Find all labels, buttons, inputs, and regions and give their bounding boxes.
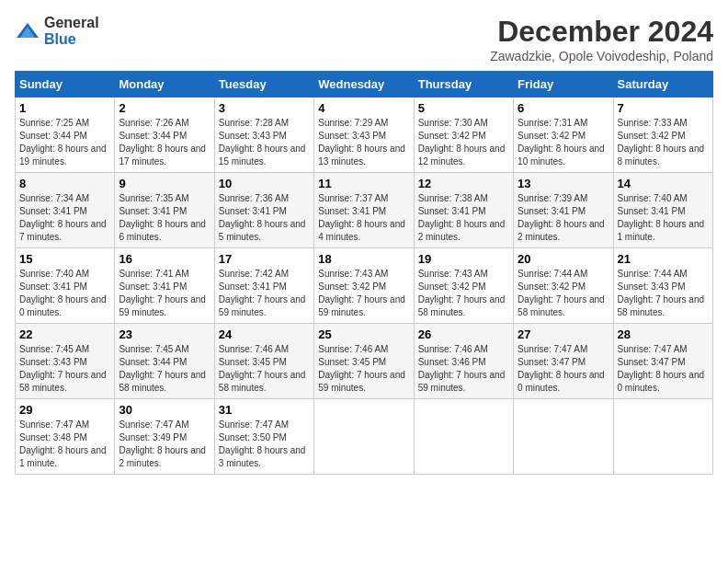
calendar-cell: 18 Sunrise: 7:43 AM Sunset: 3:42 PM Dayl… <box>314 248 414 324</box>
day-info: Sunrise: 7:47 AM Sunset: 3:47 PM Dayligh… <box>518 343 609 395</box>
day-number: 16 <box>119 252 210 266</box>
calendar-cell: 28 Sunrise: 7:47 AM Sunset: 3:47 PM Dayl… <box>613 324 712 399</box>
day-number: 21 <box>618 252 709 266</box>
day-info: Sunrise: 7:38 AM Sunset: 3:41 PM Dayligh… <box>418 192 509 244</box>
day-info: Sunrise: 7:43 AM Sunset: 3:42 PM Dayligh… <box>418 268 509 319</box>
calendar-cell: 27 Sunrise: 7:47 AM Sunset: 3:47 PM Dayl… <box>514 324 613 399</box>
calendar-cell: 17 Sunrise: 7:42 AM Sunset: 3:41 PM Dayl… <box>214 248 313 324</box>
day-number: 8 <box>19 177 110 190</box>
day-number: 14 <box>618 177 709 190</box>
day-info: Sunrise: 7:45 AM Sunset: 3:43 PM Dayligh… <box>19 343 110 395</box>
day-info: Sunrise: 7:25 AM Sunset: 3:44 PM Dayligh… <box>19 117 110 168</box>
calendar-cell: 6 Sunrise: 7:31 AM Sunset: 3:42 PM Dayli… <box>514 98 613 173</box>
header-monday: Monday <box>115 72 214 98</box>
calendar-cell: 8 Sunrise: 7:34 AM Sunset: 3:41 PM Dayli… <box>16 173 115 248</box>
calendar-cell: 13 Sunrise: 7:39 AM Sunset: 3:41 PM Dayl… <box>514 173 613 248</box>
week-row-2: 8 Sunrise: 7:34 AM Sunset: 3:41 PM Dayli… <box>16 173 713 248</box>
day-number: 3 <box>219 101 310 115</box>
calendar-cell: 16 Sunrise: 7:41 AM Sunset: 3:41 PM Dayl… <box>115 248 214 324</box>
header-friday: Friday <box>514 72 613 98</box>
day-info: Sunrise: 7:28 AM Sunset: 3:43 PM Dayligh… <box>219 117 310 168</box>
day-number: 4 <box>318 101 409 115</box>
calendar-cell: 20 Sunrise: 7:44 AM Sunset: 3:42 PM Dayl… <box>514 248 613 324</box>
calendar-cell <box>414 399 513 475</box>
calendar-cell <box>314 399 414 475</box>
day-number: 24 <box>219 327 310 341</box>
day-number: 29 <box>19 403 110 417</box>
day-number: 25 <box>318 327 409 341</box>
day-number: 5 <box>418 101 509 115</box>
day-info: Sunrise: 7:40 AM Sunset: 3:41 PM Dayligh… <box>618 192 709 244</box>
subtitle: Zawadzkie, Opole Voivodeship, Poland <box>490 49 713 63</box>
day-info: Sunrise: 7:42 AM Sunset: 3:41 PM Dayligh… <box>219 268 310 319</box>
calendar-cell: 29 Sunrise: 7:47 AM Sunset: 3:48 PM Dayl… <box>16 399 115 475</box>
day-info: Sunrise: 7:47 AM Sunset: 3:47 PM Dayligh… <box>618 343 709 395</box>
day-info: Sunrise: 7:31 AM Sunset: 3:42 PM Dayligh… <box>518 117 609 168</box>
calendar-cell: 5 Sunrise: 7:30 AM Sunset: 3:42 PM Dayli… <box>414 98 513 173</box>
day-number: 11 <box>318 177 409 190</box>
day-info: Sunrise: 7:46 AM Sunset: 3:45 PM Dayligh… <box>219 343 310 395</box>
day-number: 27 <box>518 327 609 341</box>
day-info: Sunrise: 7:44 AM Sunset: 3:43 PM Dayligh… <box>618 268 709 319</box>
logo-text-blue: Blue <box>44 31 76 47</box>
calendar-cell: 11 Sunrise: 7:37 AM Sunset: 3:41 PM Dayl… <box>314 173 414 248</box>
calendar-cell: 9 Sunrise: 7:35 AM Sunset: 3:41 PM Dayli… <box>115 173 214 248</box>
day-info: Sunrise: 7:47 AM Sunset: 3:49 PM Dayligh… <box>119 419 210 470</box>
calendar-cell: 1 Sunrise: 7:25 AM Sunset: 3:44 PM Dayli… <box>16 98 115 173</box>
calendar-cell: 24 Sunrise: 7:46 AM Sunset: 3:45 PM Dayl… <box>214 324 313 399</box>
title-area: December 2024 Zawadzkie, Opole Voivodesh… <box>490 15 713 63</box>
header-saturday: Saturday <box>613 72 712 98</box>
day-info: Sunrise: 7:39 AM Sunset: 3:41 PM Dayligh… <box>518 192 609 244</box>
day-number: 18 <box>318 252 409 266</box>
day-info: Sunrise: 7:47 AM Sunset: 3:50 PM Dayligh… <box>219 419 310 470</box>
day-number: 20 <box>518 252 609 266</box>
header-tuesday: Tuesday <box>214 72 313 98</box>
day-info: Sunrise: 7:43 AM Sunset: 3:42 PM Dayligh… <box>318 268 409 319</box>
day-number: 6 <box>518 101 609 115</box>
calendar-cell: 4 Sunrise: 7:29 AM Sunset: 3:43 PM Dayli… <box>314 98 414 173</box>
page-header: General Blue December 2024 Zawadzkie, Op… <box>15 15 713 63</box>
day-number: 1 <box>19 101 110 115</box>
calendar-cell: 14 Sunrise: 7:40 AM Sunset: 3:41 PM Dayl… <box>613 173 712 248</box>
day-info: Sunrise: 7:30 AM Sunset: 3:42 PM Dayligh… <box>418 117 509 168</box>
day-info: Sunrise: 7:29 AM Sunset: 3:43 PM Dayligh… <box>318 117 409 168</box>
day-number: 22 <box>19 327 110 341</box>
day-info: Sunrise: 7:41 AM Sunset: 3:41 PM Dayligh… <box>119 268 210 319</box>
header-sunday: Sunday <box>16 72 115 98</box>
calendar-cell: 7 Sunrise: 7:33 AM Sunset: 3:42 PM Dayli… <box>613 98 712 173</box>
week-row-1: 1 Sunrise: 7:25 AM Sunset: 3:44 PM Dayli… <box>16 98 713 173</box>
calendar-cell: 26 Sunrise: 7:46 AM Sunset: 3:46 PM Dayl… <box>414 324 513 399</box>
day-info: Sunrise: 7:44 AM Sunset: 3:42 PM Dayligh… <box>518 268 609 319</box>
day-info: Sunrise: 7:34 AM Sunset: 3:41 PM Dayligh… <box>19 192 110 244</box>
day-info: Sunrise: 7:33 AM Sunset: 3:42 PM Dayligh… <box>618 117 709 168</box>
day-number: 17 <box>219 252 310 266</box>
day-info: Sunrise: 7:45 AM Sunset: 3:44 PM Dayligh… <box>119 343 210 395</box>
week-row-3: 15 Sunrise: 7:40 AM Sunset: 3:41 PM Dayl… <box>16 248 713 324</box>
day-info: Sunrise: 7:40 AM Sunset: 3:41 PM Dayligh… <box>19 268 110 319</box>
day-number: 26 <box>418 327 509 341</box>
day-number: 12 <box>418 177 509 190</box>
header-thursday: Thursday <box>414 72 513 98</box>
calendar-cell: 30 Sunrise: 7:47 AM Sunset: 3:49 PM Dayl… <box>115 399 214 475</box>
day-info: Sunrise: 7:26 AM Sunset: 3:44 PM Dayligh… <box>119 117 210 168</box>
day-number: 15 <box>19 252 110 266</box>
day-info: Sunrise: 7:36 AM Sunset: 3:41 PM Dayligh… <box>219 192 310 244</box>
week-row-4: 22 Sunrise: 7:45 AM Sunset: 3:43 PM Dayl… <box>16 324 713 399</box>
day-number: 13 <box>518 177 609 190</box>
day-info: Sunrise: 7:35 AM Sunset: 3:41 PM Dayligh… <box>119 192 210 244</box>
calendar-cell: 31 Sunrise: 7:47 AM Sunset: 3:50 PM Dayl… <box>214 399 313 475</box>
calendar-cell: 19 Sunrise: 7:43 AM Sunset: 3:42 PM Dayl… <box>414 248 513 324</box>
day-number: 9 <box>119 177 210 190</box>
logo: General Blue <box>15 15 99 48</box>
calendar-cell: 2 Sunrise: 7:26 AM Sunset: 3:44 PM Dayli… <box>115 98 214 173</box>
calendar-body: 1 Sunrise: 7:25 AM Sunset: 3:44 PM Dayli… <box>16 98 713 475</box>
calendar-cell: 3 Sunrise: 7:28 AM Sunset: 3:43 PM Dayli… <box>214 98 313 173</box>
calendar-cell: 12 Sunrise: 7:38 AM Sunset: 3:41 PM Dayl… <box>414 173 513 248</box>
day-number: 7 <box>618 101 709 115</box>
day-info: Sunrise: 7:37 AM Sunset: 3:41 PM Dayligh… <box>318 192 409 244</box>
day-number: 23 <box>119 327 210 341</box>
calendar-cell <box>613 399 712 475</box>
calendar-cell: 25 Sunrise: 7:46 AM Sunset: 3:45 PM Dayl… <box>314 324 414 399</box>
day-number: 30 <box>119 403 210 417</box>
main-title: December 2024 <box>490 15 713 49</box>
